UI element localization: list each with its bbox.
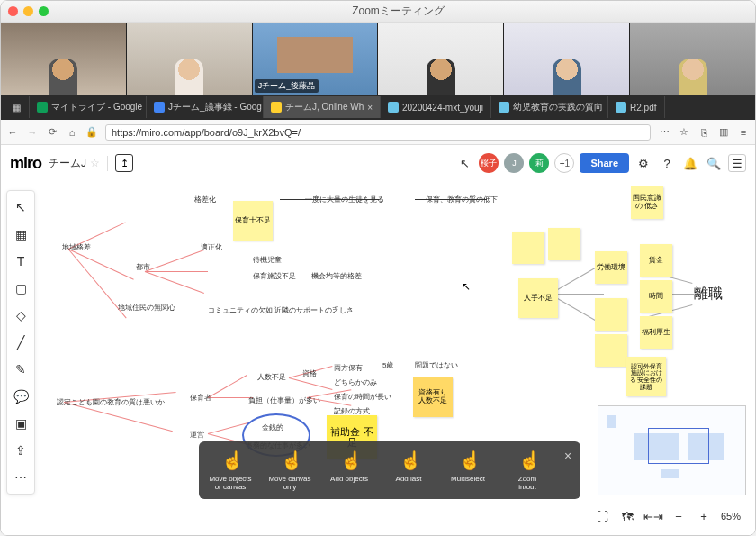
zoom-out-icon[interactable]: − xyxy=(670,508,687,524)
export-icon[interactable]: ↥ xyxy=(115,154,133,172)
comment-tool[interactable]: 💬 xyxy=(8,384,33,409)
node-text[interactable]: 都市 xyxy=(136,262,150,272)
browser-tab[interactable]: 幼児教育の実践の質向 xyxy=(491,96,608,118)
node-text[interactable]: コミュニティの欠如 近隣のサポートの乏しさ xyxy=(208,305,354,315)
node-text[interactable]: 人数不足 xyxy=(257,372,286,382)
notes-icon[interactable]: ☰ xyxy=(728,154,746,172)
node-text[interactable]: 格差化 xyxy=(194,195,216,204)
gesture-move-objects[interactable]: Move objects or canvas xyxy=(202,449,258,492)
node-text[interactable]: 運営 xyxy=(190,430,204,440)
node-text[interactable]: 負担（仕事量）が多い xyxy=(248,395,320,405)
sticky-note[interactable]: 保育士不足 xyxy=(233,201,273,241)
shape-tool[interactable]: ◇ xyxy=(8,303,33,328)
menu-icon[interactable]: ⋯ xyxy=(658,126,670,139)
node-text[interactable]: 適正化 xyxy=(201,242,222,252)
minimap[interactable] xyxy=(598,405,746,495)
browser-tab[interactable]: R2.pdf xyxy=(608,96,664,118)
sticky-note[interactable]: 賃金 xyxy=(640,244,672,277)
home-icon[interactable]: ⌂ xyxy=(66,126,78,139)
forward-icon[interactable]: → xyxy=(26,126,39,139)
sticky-note[interactable]: 認可外保育 施設における 安全性の 課題 xyxy=(626,357,666,396)
video-tile[interactable]: Jチーム_後藤晶 xyxy=(253,23,379,95)
reload-icon[interactable]: ⟳ xyxy=(46,126,58,139)
browser-tab[interactable]: 20200424-mxt_youji xyxy=(381,96,491,118)
select-tool[interactable]: ↖ xyxy=(8,195,33,220)
map-icon[interactable]: 🗺 xyxy=(620,508,636,524)
board-name[interactable]: チームJ ☆ xyxy=(49,156,108,171)
collaborator-avatar[interactable]: J xyxy=(504,153,524,173)
hamburger-icon[interactable]: ≡ xyxy=(737,126,750,139)
sticky-note[interactable] xyxy=(595,298,627,331)
video-tile[interactable] xyxy=(1,23,127,95)
more-tools[interactable]: ⋯ xyxy=(8,465,33,490)
video-tile[interactable] xyxy=(127,23,253,95)
settings-icon[interactable]: ⚙ xyxy=(634,154,652,172)
star-icon[interactable]: ☆ xyxy=(678,126,690,139)
more-collaborators[interactable]: +1 xyxy=(554,153,574,173)
sticky-note[interactable] xyxy=(548,228,580,260)
notification-icon[interactable]: 🔔 xyxy=(681,154,699,172)
library-icon[interactable]: ▥ xyxy=(717,126,730,139)
text-tool[interactable]: T xyxy=(8,249,33,274)
node-text[interactable]: 両方保有 xyxy=(334,363,363,373)
node-text-large[interactable]: 離職 xyxy=(694,285,723,304)
cursor-mode-icon[interactable]: ↖ xyxy=(455,154,473,172)
line-tool[interactable]: ╱ xyxy=(8,330,33,355)
template-tool[interactable]: ▦ xyxy=(8,222,33,247)
sticky-note[interactable] xyxy=(595,334,627,367)
node-text[interactable]: 認定こども園の教育の質は悪いか xyxy=(57,397,165,407)
sticky-note[interactable]: 労働環境 xyxy=(595,251,627,284)
share-button[interactable]: Share xyxy=(580,153,629,173)
fit-icon[interactable]: ⇤⇥ xyxy=(645,508,662,524)
video-tile[interactable] xyxy=(630,23,755,95)
close-tab-icon[interactable]: × xyxy=(367,103,373,113)
miro-logo[interactable]: miro xyxy=(10,154,41,173)
sticky-note[interactable]: 福利厚生 xyxy=(640,316,672,349)
miro-canvas-area[interactable]: miro チームJ ☆ ↥ ↖ 桜子 J 莉 +1 Share ⚙ ? 🔔 🔍 … xyxy=(1,145,755,535)
node-text[interactable]: 保育、教育の質の低下 xyxy=(426,195,498,204)
extension-icon[interactable]: ⎘ xyxy=(698,126,710,139)
node-text[interactable]: 機会均等的格差 xyxy=(311,271,362,281)
node-text[interactable]: 一度に大量の生徒を見る xyxy=(305,195,384,204)
new-tab-button[interactable]: ▦ xyxy=(4,96,30,118)
pen-tool[interactable]: ✎ xyxy=(8,357,33,382)
browser-tab-active[interactable]: チームJ, Online Wh× xyxy=(264,96,381,118)
node-text[interactable]: 保育の時間が長い xyxy=(334,392,392,402)
fullscreen-icon[interactable]: ⛶ xyxy=(595,508,611,524)
frame-tool[interactable]: ▣ xyxy=(8,411,33,436)
sticky-note[interactable]: 資格有り 人数不足 xyxy=(413,377,453,417)
upload-tool[interactable]: ⇪ xyxy=(8,438,33,463)
node-text[interactable]: 5歳 xyxy=(382,360,393,370)
gesture-multiselect[interactable]: Multiselect xyxy=(440,449,496,492)
sticky-note[interactable]: 国民意識の 低さ xyxy=(631,186,663,219)
node-text[interactable]: 地域住民の無関心 xyxy=(118,303,176,313)
star-icon[interactable]: ☆ xyxy=(90,157,100,169)
node-text[interactable]: 地域格差 xyxy=(62,242,91,252)
node-text[interactable]: どちらかのみ xyxy=(334,377,377,387)
sticky-note[interactable]: 時間 xyxy=(640,280,672,313)
node-text[interactable]: 保育施設不足 xyxy=(253,271,296,281)
gesture-add-last[interactable]: Add last xyxy=(381,449,436,492)
gesture-move-canvas[interactable]: Move canvas only xyxy=(262,449,318,492)
close-window-icon[interactable] xyxy=(8,6,18,16)
sticky-note[interactable] xyxy=(512,232,544,264)
url-input[interactable]: https://miro.com/app/board/o9J_krX2bvQ=/ xyxy=(105,124,651,141)
node-text[interactable]: 問題ではない xyxy=(415,360,458,370)
minimap-viewport[interactable] xyxy=(648,428,709,464)
node-text[interactable]: 資格 xyxy=(302,368,317,378)
sticky-note[interactable]: 人手不足 xyxy=(518,278,558,318)
minimize-window-icon[interactable] xyxy=(23,6,33,16)
video-tile[interactable] xyxy=(378,23,504,95)
zoom-in-icon[interactable]: + xyxy=(696,508,712,524)
collaborator-avatar[interactable]: 莉 xyxy=(529,153,549,173)
back-icon[interactable]: ← xyxy=(6,126,19,139)
maximize-window-icon[interactable] xyxy=(39,6,49,16)
zoom-level[interactable]: 65% xyxy=(721,511,741,522)
help-icon[interactable]: ? xyxy=(658,154,676,172)
gesture-add-objects[interactable]: Add objects xyxy=(321,449,377,492)
gesture-zoom[interactable]: Zoom in/out xyxy=(500,449,555,492)
browser-tab[interactable]: Jチーム_議事録 - Goog xyxy=(147,96,264,118)
search-icon[interactable]: 🔍 xyxy=(705,154,723,172)
collaborator-avatar[interactable]: 桜子 xyxy=(479,153,499,173)
node-text[interactable]: 待機児童 xyxy=(253,255,282,265)
